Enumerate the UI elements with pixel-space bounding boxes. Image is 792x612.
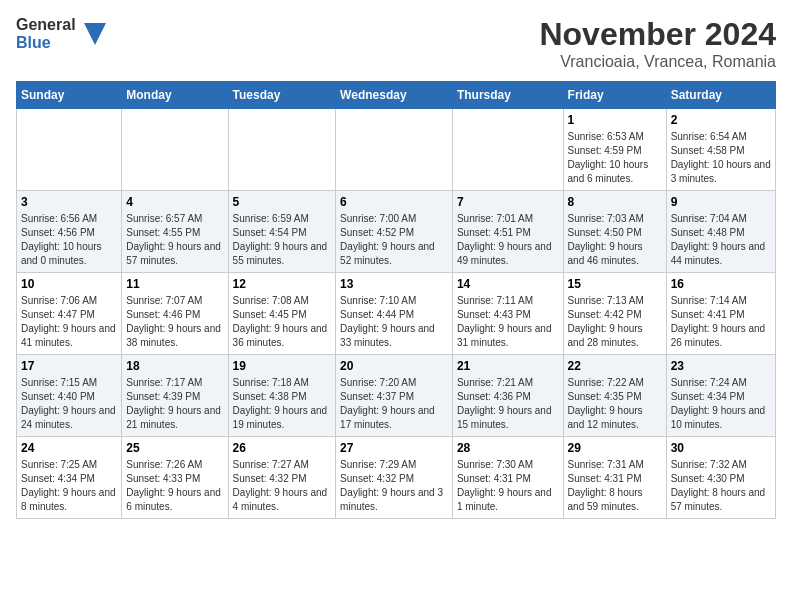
calendar-cell: 6Sunrise: 7:00 AM Sunset: 4:52 PM Daylig… <box>336 191 453 273</box>
calendar-cell: 2Sunrise: 6:54 AM Sunset: 4:58 PM Daylig… <box>666 109 775 191</box>
day-number: 30 <box>671 441 771 455</box>
header-day-friday: Friday <box>563 82 666 109</box>
day-number: 5 <box>233 195 332 209</box>
day-number: 3 <box>21 195 117 209</box>
day-number: 22 <box>568 359 662 373</box>
day-info: Sunrise: 7:30 AM Sunset: 4:31 PM Dayligh… <box>457 458 559 514</box>
week-row-4: 17Sunrise: 7:15 AM Sunset: 4:40 PM Dayli… <box>17 355 776 437</box>
day-info: Sunrise: 7:15 AM Sunset: 4:40 PM Dayligh… <box>21 376 117 432</box>
calendar-cell <box>452 109 563 191</box>
day-number: 21 <box>457 359 559 373</box>
header-day-thursday: Thursday <box>452 82 563 109</box>
week-row-1: 1Sunrise: 6:53 AM Sunset: 4:59 PM Daylig… <box>17 109 776 191</box>
title-area: November 2024 Vrancioaia, Vrancea, Roman… <box>539 16 776 71</box>
day-info: Sunrise: 7:31 AM Sunset: 4:31 PM Dayligh… <box>568 458 662 514</box>
day-info: Sunrise: 7:27 AM Sunset: 4:32 PM Dayligh… <box>233 458 332 514</box>
day-number: 23 <box>671 359 771 373</box>
calendar-cell: 26Sunrise: 7:27 AM Sunset: 4:32 PM Dayli… <box>228 437 336 519</box>
calendar-cell: 14Sunrise: 7:11 AM Sunset: 4:43 PM Dayli… <box>452 273 563 355</box>
day-info: Sunrise: 7:03 AM Sunset: 4:50 PM Dayligh… <box>568 212 662 268</box>
calendar-cell: 22Sunrise: 7:22 AM Sunset: 4:35 PM Dayli… <box>563 355 666 437</box>
day-number: 16 <box>671 277 771 291</box>
calendar-table: SundayMondayTuesdayWednesdayThursdayFrid… <box>16 81 776 519</box>
day-info: Sunrise: 7:18 AM Sunset: 4:38 PM Dayligh… <box>233 376 332 432</box>
header-day-monday: Monday <box>122 82 228 109</box>
day-number: 4 <box>126 195 223 209</box>
location-subtitle: Vrancioaia, Vrancea, Romania <box>539 53 776 71</box>
day-info: Sunrise: 7:06 AM Sunset: 4:47 PM Dayligh… <box>21 294 117 350</box>
day-info: Sunrise: 6:54 AM Sunset: 4:58 PM Dayligh… <box>671 130 771 186</box>
svg-marker-0 <box>84 23 106 45</box>
day-info: Sunrise: 7:17 AM Sunset: 4:39 PM Dayligh… <box>126 376 223 432</box>
day-number: 11 <box>126 277 223 291</box>
calendar-cell: 30Sunrise: 7:32 AM Sunset: 4:30 PM Dayli… <box>666 437 775 519</box>
header-day-wednesday: Wednesday <box>336 82 453 109</box>
day-info: Sunrise: 7:21 AM Sunset: 4:36 PM Dayligh… <box>457 376 559 432</box>
day-number: 2 <box>671 113 771 127</box>
day-number: 12 <box>233 277 332 291</box>
day-info: Sunrise: 6:53 AM Sunset: 4:59 PM Dayligh… <box>568 130 662 186</box>
calendar-cell: 12Sunrise: 7:08 AM Sunset: 4:45 PM Dayli… <box>228 273 336 355</box>
day-number: 20 <box>340 359 448 373</box>
calendar-cell: 11Sunrise: 7:07 AM Sunset: 4:46 PM Dayli… <box>122 273 228 355</box>
day-info: Sunrise: 7:29 AM Sunset: 4:32 PM Dayligh… <box>340 458 448 514</box>
week-row-3: 10Sunrise: 7:06 AM Sunset: 4:47 PM Dayli… <box>17 273 776 355</box>
calendar-cell: 20Sunrise: 7:20 AM Sunset: 4:37 PM Dayli… <box>336 355 453 437</box>
header-day-sunday: Sunday <box>17 82 122 109</box>
logo: General Blue <box>16 16 106 51</box>
day-number: 7 <box>457 195 559 209</box>
calendar-cell <box>122 109 228 191</box>
calendar-cell <box>17 109 122 191</box>
calendar-cell: 24Sunrise: 7:25 AM Sunset: 4:34 PM Dayli… <box>17 437 122 519</box>
day-info: Sunrise: 7:14 AM Sunset: 4:41 PM Dayligh… <box>671 294 771 350</box>
day-number: 25 <box>126 441 223 455</box>
day-number: 29 <box>568 441 662 455</box>
day-number: 18 <box>126 359 223 373</box>
calendar-cell: 16Sunrise: 7:14 AM Sunset: 4:41 PM Dayli… <box>666 273 775 355</box>
calendar-cell: 8Sunrise: 7:03 AM Sunset: 4:50 PM Daylig… <box>563 191 666 273</box>
calendar-cell: 13Sunrise: 7:10 AM Sunset: 4:44 PM Dayli… <box>336 273 453 355</box>
week-row-2: 3Sunrise: 6:56 AM Sunset: 4:56 PM Daylig… <box>17 191 776 273</box>
calendar-cell: 1Sunrise: 6:53 AM Sunset: 4:59 PM Daylig… <box>563 109 666 191</box>
day-info: Sunrise: 7:10 AM Sunset: 4:44 PM Dayligh… <box>340 294 448 350</box>
day-number: 10 <box>21 277 117 291</box>
day-info: Sunrise: 6:59 AM Sunset: 4:54 PM Dayligh… <box>233 212 332 268</box>
day-number: 13 <box>340 277 448 291</box>
calendar-cell: 19Sunrise: 7:18 AM Sunset: 4:38 PM Dayli… <box>228 355 336 437</box>
day-info: Sunrise: 7:00 AM Sunset: 4:52 PM Dayligh… <box>340 212 448 268</box>
calendar-cell: 17Sunrise: 7:15 AM Sunset: 4:40 PM Dayli… <box>17 355 122 437</box>
calendar-cell: 21Sunrise: 7:21 AM Sunset: 4:36 PM Dayli… <box>452 355 563 437</box>
day-info: Sunrise: 7:32 AM Sunset: 4:30 PM Dayligh… <box>671 458 771 514</box>
header-row: SundayMondayTuesdayWednesdayThursdayFrid… <box>17 82 776 109</box>
calendar-cell: 18Sunrise: 7:17 AM Sunset: 4:39 PM Dayli… <box>122 355 228 437</box>
day-info: Sunrise: 7:13 AM Sunset: 4:42 PM Dayligh… <box>568 294 662 350</box>
day-number: 1 <box>568 113 662 127</box>
calendar-cell: 10Sunrise: 7:06 AM Sunset: 4:47 PM Dayli… <box>17 273 122 355</box>
day-info: Sunrise: 6:56 AM Sunset: 4:56 PM Dayligh… <box>21 212 117 268</box>
day-info: Sunrise: 7:26 AM Sunset: 4:33 PM Dayligh… <box>126 458 223 514</box>
calendar-cell: 27Sunrise: 7:29 AM Sunset: 4:32 PM Dayli… <box>336 437 453 519</box>
week-row-5: 24Sunrise: 7:25 AM Sunset: 4:34 PM Dayli… <box>17 437 776 519</box>
day-number: 6 <box>340 195 448 209</box>
header: General Blue November 2024 Vrancioaia, V… <box>16 16 776 71</box>
day-info: Sunrise: 6:57 AM Sunset: 4:55 PM Dayligh… <box>126 212 223 268</box>
day-number: 14 <box>457 277 559 291</box>
calendar-cell: 9Sunrise: 7:04 AM Sunset: 4:48 PM Daylig… <box>666 191 775 273</box>
day-number: 27 <box>340 441 448 455</box>
day-number: 17 <box>21 359 117 373</box>
day-number: 15 <box>568 277 662 291</box>
day-number: 19 <box>233 359 332 373</box>
day-info: Sunrise: 7:01 AM Sunset: 4:51 PM Dayligh… <box>457 212 559 268</box>
calendar-header: SundayMondayTuesdayWednesdayThursdayFrid… <box>17 82 776 109</box>
calendar-cell <box>336 109 453 191</box>
day-info: Sunrise: 7:04 AM Sunset: 4:48 PM Dayligh… <box>671 212 771 268</box>
calendar-cell: 7Sunrise: 7:01 AM Sunset: 4:51 PM Daylig… <box>452 191 563 273</box>
calendar-cell <box>228 109 336 191</box>
calendar-cell: 25Sunrise: 7:26 AM Sunset: 4:33 PM Dayli… <box>122 437 228 519</box>
day-info: Sunrise: 7:08 AM Sunset: 4:45 PM Dayligh… <box>233 294 332 350</box>
month-title: November 2024 <box>539 16 776 53</box>
day-info: Sunrise: 7:20 AM Sunset: 4:37 PM Dayligh… <box>340 376 448 432</box>
calendar-cell: 15Sunrise: 7:13 AM Sunset: 4:42 PM Dayli… <box>563 273 666 355</box>
day-number: 8 <box>568 195 662 209</box>
day-number: 9 <box>671 195 771 209</box>
